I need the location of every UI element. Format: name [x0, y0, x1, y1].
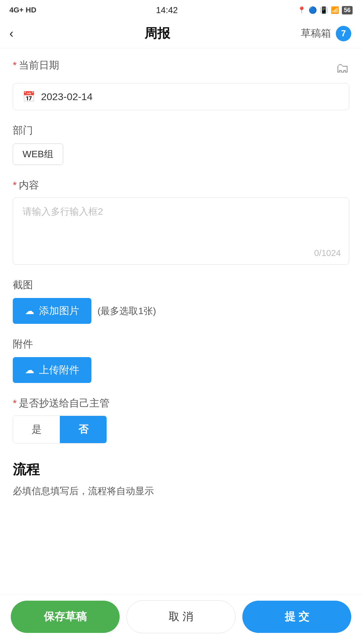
cc-yes-button[interactable]: 是 [13, 416, 60, 443]
wifi-icon: 📶 [331, 6, 339, 14]
status-time: 14:42 [156, 5, 178, 15]
date-input[interactable]: 📅 2023-02-14 [13, 83, 349, 110]
cc-toggle-group: 是 否 [13, 416, 107, 443]
date-header: *当前日期 🗂 [13, 58, 349, 78]
attachment-section: 附件 ☁ 上传附件 [13, 337, 349, 383]
required-mark: * [13, 59, 17, 71]
cc-section: *是否抄送给自己主管 是 否 [13, 396, 349, 443]
vibrate-icon: 📳 [320, 6, 328, 14]
status-signal: 4G+ HD [9, 6, 36, 14]
date-section: *当前日期 🗂 📅 2023-02-14 [13, 58, 349, 110]
required-mark-cc: * [13, 397, 17, 409]
calendar-icon: 📅 [23, 91, 35, 102]
content-counter: 0/1024 [314, 248, 341, 258]
screenshot-section: 截图 ☁ 添加图片 (最多选取1张) [13, 278, 349, 324]
date-value: 2023-02-14 [41, 91, 92, 102]
bluetooth-icon: 🔵 [309, 6, 317, 14]
bottom-action-bar: 保存草稿 取 消 提 交 [0, 594, 362, 644]
screenshot-hint: (最多选取1张) [97, 305, 156, 317]
upload-cloud-icon-2: ☁ [25, 364, 34, 376]
cancel-button[interactable]: 取 消 [126, 600, 236, 633]
upload-cloud-icon: ☁ [25, 305, 34, 316]
cc-label: *是否抄送给自己主管 [13, 396, 349, 410]
add-image-button[interactable]: ☁ 添加图片 [13, 298, 91, 324]
cc-no-button[interactable]: 否 [60, 416, 107, 443]
main-content: *当前日期 🗂 📅 2023-02-14 部门 WEB组 *内容 请输入多行输入… [0, 48, 362, 592]
process-title: 流程 [13, 460, 349, 479]
dept-tag[interactable]: WEB组 [13, 143, 63, 165]
location-icon: 📍 [297, 6, 306, 14]
required-mark-content: * [13, 179, 17, 190]
add-image-label: 添加图片 [39, 304, 79, 318]
signal-text: 4G+ HD [9, 6, 36, 14]
nav-bar: ‹ 周报 草稿箱 7 [0, 19, 362, 48]
upload-attachment-label: 上传附件 [39, 363, 79, 377]
content-placeholder: 请输入多行输入框2 [23, 205, 339, 218]
screenshot-label: 截图 [13, 278, 349, 292]
date-label: *当前日期 [13, 58, 59, 72]
content-textarea[interactable]: 请输入多行输入框2 0/1024 [13, 198, 349, 265]
battery-indicator: 56 [342, 6, 353, 14]
attachment-label: 附件 [13, 337, 349, 351]
nav-right: 草稿箱 7 [301, 26, 351, 41]
status-icons: 📍 🔵 📳 📶 56 [297, 6, 353, 14]
status-bar: 4G+ HD 14:42 📍 🔵 📳 📶 56 [0, 0, 362, 19]
draft-label[interactable]: 草稿箱 [301, 27, 331, 40]
back-button[interactable]: ‹ [9, 27, 13, 41]
content-label: *内容 [13, 178, 349, 192]
dept-section: 部门 WEB组 [13, 124, 349, 165]
save-draft-button[interactable]: 保存草稿 [11, 601, 120, 633]
dept-label: 部门 [13, 124, 349, 137]
process-description: 必填信息填写后，流程将自动显示 [13, 485, 349, 498]
page-title: 周报 [145, 25, 170, 42]
content-section: *内容 请输入多行输入框2 0/1024 [13, 178, 349, 265]
process-section: 流程 必填信息填写后，流程将自动显示 [13, 460, 349, 498]
draft-count-badge[interactable]: 7 [336, 26, 351, 41]
submit-button[interactable]: 提 交 [242, 601, 351, 633]
upload-attachment-button[interactable]: ☁ 上传附件 [13, 357, 91, 383]
folder-icon[interactable]: 🗂 [336, 60, 349, 76]
